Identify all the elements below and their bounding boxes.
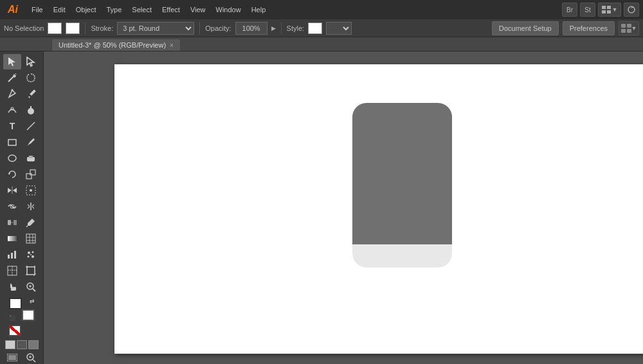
stroke-swatch-container [66,23,80,34]
tool-row-pen [3,86,40,102]
gradient-tool[interactable] [3,231,21,246]
menu-view[interactable]: View [186,4,210,15]
background-color-swatch[interactable] [22,309,35,321]
menu-edit[interactable]: Edit [49,4,70,15]
default-colors-icon[interactable]: ⬛ [9,315,15,321]
stroke-indicator [8,325,35,336]
svg-line-65 [33,289,35,291]
svg-rect-3 [607,10,611,14]
eyedropper-tool[interactable] [22,215,40,230]
tab-close-button[interactable]: × [170,42,174,49]
screen-mode-row [3,350,40,364]
symbol-sprayer-tool[interactable] [22,247,40,262]
line-tool[interactable] [22,118,40,134]
reflect-tool[interactable] [3,183,21,198]
workspace-switcher[interactable]: ▼ [598,3,621,17]
arrange-icon-btn[interactable]: ▼ [619,21,639,35]
canvas-area[interactable] [44,51,643,364]
shape-body [352,103,452,244]
eraser-tool[interactable] [22,150,40,166]
rotate-tool[interactable] [3,167,21,182]
bridge-icon-btn[interactable]: Br [562,3,577,17]
menu-help[interactable]: Help [247,4,271,15]
menu-select[interactable]: Select [127,4,156,15]
chart-tool[interactable] [3,247,21,262]
tool-row-anchor [3,102,40,118]
svg-rect-27 [30,170,35,175]
hand-tool[interactable] [3,279,21,295]
svg-point-14 [12,89,14,91]
svg-rect-6 [627,24,631,28]
style-select[interactable] [326,22,352,35]
tool-row-blend [3,215,40,230]
slice-tool[interactable] [3,263,21,278]
svg-rect-0 [602,6,606,9]
preferences-button[interactable]: Preferences [563,21,615,35]
paintbrush-tool[interactable] [22,134,40,150]
sync-icon-btn[interactable] [624,3,639,17]
menu-object[interactable]: Object [71,4,101,15]
width-tool[interactable] [22,199,40,214]
change-screen-mode[interactable] [3,350,21,364]
blob-brush-tool[interactable] [22,102,40,118]
style-swatch[interactable] [308,23,322,34]
opacity-arrow[interactable]: ▶ [271,25,276,32]
toolbar-bottom [3,350,40,364]
select-tool[interactable] [3,54,21,69]
direct-select-tool[interactable] [22,54,40,69]
lasso-tool[interactable] [22,70,40,86]
svg-rect-36 [14,220,17,225]
magic-wand-tool[interactable] [3,70,21,86]
svg-rect-56 [27,267,35,275]
svg-rect-15 [30,89,36,96]
stock-icon-btn[interactable]: St [580,3,595,17]
separator-2 [199,23,200,34]
draw-inside-mode[interactable] [28,340,39,349]
warp-tool[interactable] [3,199,21,214]
svg-line-38 [26,226,28,227]
zoom-tool[interactable] [22,279,40,295]
rect-tool[interactable] [3,134,21,150]
pen-tool[interactable] [3,86,21,102]
artboard[interactable] [114,64,643,354]
svg-line-71 [33,359,35,362]
stroke-width-select[interactable]: 3 pt. Round [117,22,194,35]
separator-1 [85,23,86,34]
tool-row-rotate [3,167,40,182]
none-color-btn[interactable] [8,325,21,336]
blend-tool[interactable] [3,215,21,230]
menu-effect[interactable]: Effect [158,4,185,15]
grid-layout-icon [602,6,611,14]
stroke-swatch[interactable] [66,23,80,34]
svg-rect-35 [8,220,11,225]
swap-colors-icon[interactable]: ⇄ [30,298,35,304]
ellipse-tool[interactable] [3,150,21,166]
style-label: Style: [287,24,305,32]
svg-rect-45 [8,255,10,259]
svg-rect-46 [11,253,13,259]
puppet-warp-tool[interactable] [22,183,40,198]
tool-row-shape [3,134,40,150]
mesh-tool[interactable] [22,231,40,246]
document-tab[interactable]: Untitled-3* @ 50% (RGB/Preview) × [51,39,181,51]
left-toolbar: T [0,51,44,364]
opacity-input[interactable]: 100% [235,22,267,35]
type-tool[interactable]: T [3,118,21,134]
curvature-tool[interactable] [3,102,21,118]
zoom-in-btn[interactable] [22,350,40,364]
normal-draw-mode[interactable] [5,340,15,349]
svg-rect-19 [30,106,32,109]
scale-tool[interactable] [22,167,40,182]
document-setup-button[interactable]: Document Setup [492,21,559,35]
foreground-color-swatch[interactable] [9,298,22,309]
draw-behind-mode[interactable] [17,340,27,349]
menu-type[interactable]: Type [102,4,127,15]
svg-rect-39 [8,236,17,241]
fill-swatch[interactable] [48,23,62,34]
menu-file[interactable]: File [27,4,48,15]
pencil-tool[interactable] [22,86,40,102]
artboard-tool[interactable] [22,263,40,278]
document-tabs: Untitled-3* @ 50% (RGB/Preview) × [0,37,643,51]
draw-mode-row [5,340,39,349]
menu-window[interactable]: Window [212,4,246,15]
